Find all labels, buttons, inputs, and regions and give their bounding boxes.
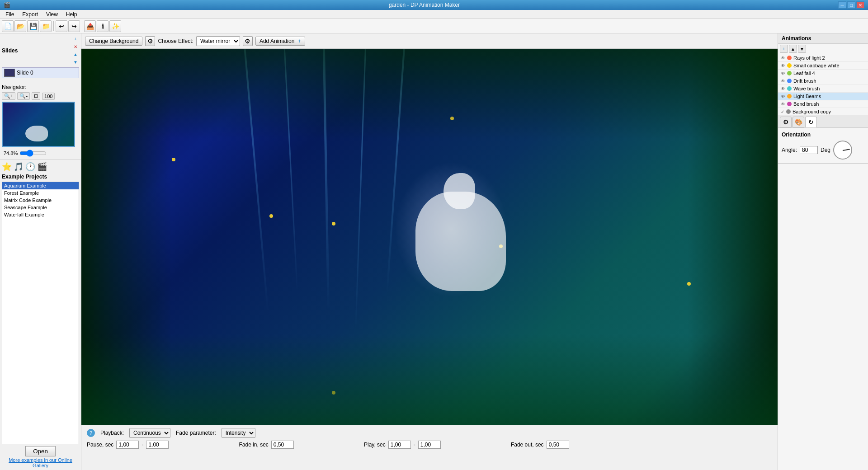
zoom-100-button[interactable]: 100 bbox=[42, 93, 55, 100]
maximize-button[interactable]: □ bbox=[847, 1, 855, 9]
anim-eye-icon-3[interactable]: 👁 bbox=[781, 79, 785, 84]
effect-bar: Change Background ⚙ Choose Effect: Water… bbox=[81, 33, 778, 49]
toolbar-separator-2 bbox=[82, 21, 82, 31]
menu-export[interactable]: Export bbox=[19, 10, 42, 19]
help-icon[interactable]: ? bbox=[87, 429, 95, 437]
anim-eye-icon-5[interactable]: 👁 bbox=[781, 94, 785, 99]
anim-color-7 bbox=[786, 109, 791, 114]
play-from-input[interactable] bbox=[388, 441, 411, 449]
music-icon[interactable]: 🎵 bbox=[14, 162, 24, 172]
example-section: ⭐ 🎵 🕐 🎬 Example Projects Aquarium Exampl… bbox=[0, 160, 81, 470]
angle-input[interactable] bbox=[800, 146, 818, 154]
anim-eye-icon-7[interactable]: ✓ bbox=[781, 109, 784, 114]
example-item-2[interactable]: Matrix Code Example bbox=[2, 197, 79, 204]
background-settings-icon[interactable]: ⚙ bbox=[145, 36, 155, 46]
slide-down-button[interactable]: ▼ bbox=[72, 58, 79, 66]
zoom-out-button[interactable]: 🔍- bbox=[17, 92, 30, 100]
slide-item[interactable]: Slide 0 bbox=[2, 67, 79, 78]
anim-eye-icon-2[interactable]: 👁 bbox=[781, 71, 785, 76]
fit-button[interactable]: ⊡ bbox=[32, 92, 40, 100]
more-examples-link[interactable]: More examples in our Online Gallery bbox=[2, 457, 79, 468]
particle-2 bbox=[269, 214, 273, 218]
anim-name-3: Drift brush bbox=[793, 78, 865, 84]
angle-row: Angle: Deg bbox=[782, 141, 864, 160]
minimize-button[interactable]: ─ bbox=[838, 1, 846, 9]
pause-from-input[interactable] bbox=[116, 441, 139, 449]
main-layout: Slides + ✕ ▲ ▼ Slide 0 Navigator: 🔍+ 🔍- bbox=[0, 33, 868, 470]
choose-effect-label: Choose Effect: bbox=[158, 38, 193, 44]
navigator-label: Navigator: bbox=[2, 84, 79, 90]
props-tabs: ⚙ 🎨 ↻ bbox=[778, 116, 868, 128]
slide-thumbnail-small bbox=[4, 69, 15, 77]
anim-eye-icon-6[interactable]: 👁 bbox=[781, 102, 785, 107]
undo-button[interactable]: ↩ bbox=[56, 20, 67, 32]
menu-help[interactable]: Help bbox=[62, 10, 81, 19]
anim-item-3[interactable]: 👁 Drift brush bbox=[778, 77, 868, 85]
pause-dash: - bbox=[142, 442, 143, 448]
anim-name-2: Leaf fall 4 bbox=[793, 70, 865, 76]
anim-color-2 bbox=[787, 71, 792, 75]
effect-settings-icon[interactable]: ⚙ bbox=[243, 36, 253, 46]
angle-dial[interactable] bbox=[833, 141, 852, 160]
anim-item-2[interactable]: 👁 Leaf fall 4 bbox=[778, 70, 868, 77]
play-dash: - bbox=[414, 442, 415, 448]
zoom-in-button[interactable]: 🔍+ bbox=[2, 92, 15, 100]
effect-select[interactable]: Water mirror None Blur Ripple bbox=[196, 36, 240, 46]
remove-slide-button[interactable]: ✕ bbox=[72, 43, 79, 50]
slide-up-button[interactable]: ▲ bbox=[72, 51, 79, 58]
playback-select[interactable]: Continuous Once Ping-pong bbox=[129, 428, 170, 438]
dial-arrow bbox=[843, 149, 850, 151]
magic-button[interactable]: ✨ bbox=[109, 20, 121, 32]
canopy-top bbox=[81, 49, 778, 139]
anim-item-6[interactable]: 👁 Bend brush bbox=[778, 100, 868, 108]
zoom-slider[interactable] bbox=[19, 150, 47, 157]
move-up-animation-button[interactable]: ▲ bbox=[789, 45, 797, 53]
props-tab-settings[interactable]: ⚙ bbox=[780, 117, 792, 127]
anim-eye-icon-4[interactable]: 👁 bbox=[781, 86, 785, 91]
anim-item-1[interactable]: 👁 Small cabbage white bbox=[778, 62, 868, 70]
fade-param-select[interactable]: Intensity Size Speed bbox=[222, 428, 255, 438]
add-animation-ctrl-button[interactable]: + bbox=[780, 45, 788, 53]
add-animation-button[interactable]: Add Animation + bbox=[255, 37, 305, 46]
pause-to-input[interactable] bbox=[146, 441, 169, 449]
video-icon[interactable]: 🎬 bbox=[37, 162, 47, 172]
add-slide-button[interactable]: + bbox=[72, 35, 79, 42]
play-to-input[interactable] bbox=[418, 441, 441, 449]
anim-color-3 bbox=[787, 79, 792, 83]
anim-item-0[interactable]: 👁 Rays of light 2 bbox=[778, 54, 868, 62]
info-button[interactable]: ℹ bbox=[97, 20, 108, 32]
open-project-button[interactable]: 📁 bbox=[40, 20, 52, 32]
example-item-0[interactable]: Aquarium Example bbox=[2, 182, 79, 189]
menu-view[interactable]: View bbox=[42, 10, 61, 19]
fade-in-input[interactable] bbox=[271, 441, 294, 449]
particle-1 bbox=[172, 158, 175, 161]
redo-button[interactable]: ↪ bbox=[68, 20, 80, 32]
fade-out-input[interactable] bbox=[547, 441, 569, 449]
unicorn-head bbox=[443, 173, 475, 209]
props-tab-color[interactable]: 🎨 bbox=[793, 117, 804, 127]
new-button[interactable]: 📄 bbox=[2, 20, 14, 32]
publish-button[interactable]: 📤 bbox=[84, 20, 96, 32]
orientation-title: Orientation bbox=[782, 132, 864, 138]
animations-list: 👁 Rays of light 2 👁 Small cabbage white … bbox=[778, 54, 868, 116]
save-button[interactable]: 💾 bbox=[27, 20, 39, 32]
example-item-4[interactable]: Waterfall Example bbox=[2, 211, 79, 218]
open-example-button[interactable]: Open bbox=[25, 446, 56, 456]
example-item-1[interactable]: Forest Example bbox=[2, 189, 79, 197]
props-tab-rotation[interactable]: ↻ bbox=[805, 117, 817, 127]
menu-file[interactable]: File bbox=[2, 10, 18, 19]
clock-icon[interactable]: 🕐 bbox=[25, 162, 35, 172]
anim-item-5[interactable]: 👁 Light Beams bbox=[778, 93, 868, 100]
canvas-container bbox=[81, 49, 778, 425]
change-background-button[interactable]: Change Background bbox=[85, 37, 142, 46]
playback-label: Playback: bbox=[100, 430, 124, 436]
anim-item-4[interactable]: 👁 Wave brush bbox=[778, 85, 868, 93]
example-item-3[interactable]: Seascape Example bbox=[2, 204, 79, 211]
favorites-icon[interactable]: ⭐ bbox=[2, 162, 12, 172]
anim-item-7[interactable]: ✓ Background copy bbox=[778, 108, 868, 116]
close-button[interactable]: ✕ bbox=[856, 1, 864, 9]
anim-eye-icon-1[interactable]: 👁 bbox=[781, 63, 785, 68]
open-button[interactable]: 📂 bbox=[14, 20, 26, 32]
anim-eye-icon-0[interactable]: 👁 bbox=[781, 56, 785, 61]
move-down-animation-button[interactable]: ▼ bbox=[798, 45, 806, 53]
